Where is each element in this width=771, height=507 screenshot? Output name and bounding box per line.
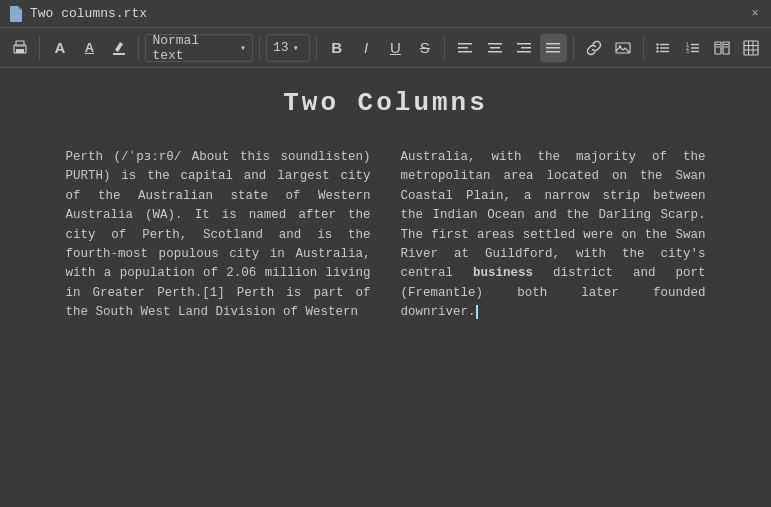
svg-rect-21 (660, 47, 669, 48)
title-bar: Two columns.rtx × (0, 0, 771, 28)
svg-rect-10 (521, 47, 531, 49)
columns-button[interactable] (708, 34, 735, 62)
svg-rect-35 (744, 41, 758, 55)
align-left-button[interactable] (451, 34, 478, 62)
svg-rect-29 (715, 42, 721, 54)
svg-rect-8 (488, 51, 502, 53)
style-dropdown-arrow: ▾ (240, 42, 246, 54)
table-button[interactable] (738, 34, 765, 62)
sep7 (643, 36, 644, 60)
font-size-label: 13 (273, 40, 289, 55)
ordered-list-button[interactable]: 1. 2. 3. (679, 34, 706, 62)
bold-button[interactable]: B (323, 34, 350, 62)
svg-point-18 (657, 46, 659, 48)
two-column-layout: Perth (/ˈpɜːrθ/ About this soundlisten) … (66, 148, 706, 322)
sep3 (259, 36, 260, 60)
svg-rect-3 (458, 43, 472, 45)
svg-rect-27 (691, 47, 699, 48)
file-icon (8, 6, 24, 22)
column-2[interactable]: Australia, with the majority of the metr… (401, 148, 706, 322)
column-2-text: Australia, with the majority of the metr… (401, 150, 706, 319)
image-button[interactable] (609, 34, 636, 62)
sep5 (444, 36, 445, 60)
toolbar: A A Normal text ▾ 13 ▾ B I U S (0, 28, 771, 68)
svg-rect-14 (546, 51, 560, 53)
svg-rect-12 (546, 43, 560, 45)
svg-point-17 (657, 43, 659, 45)
svg-rect-4 (458, 47, 468, 49)
strikethrough-button[interactable]: S (411, 34, 438, 62)
svg-rect-13 (546, 47, 560, 49)
font-size-dropdown[interactable]: 13 ▾ (266, 34, 310, 62)
svg-text:3.: 3. (686, 48, 690, 54)
unordered-list-button[interactable] (650, 34, 677, 62)
sep1 (39, 36, 40, 60)
svg-rect-9 (517, 43, 531, 45)
svg-rect-28 (691, 50, 699, 51)
svg-rect-20 (660, 43, 669, 44)
align-justify-button[interactable] (540, 34, 567, 62)
align-center-button[interactable] (481, 34, 508, 62)
font-size-arrow: ▾ (293, 42, 299, 54)
svg-rect-22 (660, 50, 669, 51)
sep2 (138, 36, 139, 60)
svg-rect-11 (517, 51, 531, 53)
font-button[interactable]: A (46, 34, 73, 62)
style-dropdown-label: Normal text (152, 33, 236, 63)
svg-rect-30 (723, 42, 729, 54)
column-1-text: Perth (/ˈpɜːrθ/ About this soundlisten) … (66, 150, 371, 319)
highlight-button[interactable] (105, 34, 132, 62)
link-button[interactable] (580, 34, 607, 62)
content-area: Two Columns Perth (/ˈpɜːrθ/ About this s… (0, 68, 771, 507)
svg-rect-6 (488, 43, 502, 45)
svg-rect-34 (724, 46, 728, 47)
italic-button[interactable]: I (352, 34, 379, 62)
svg-rect-26 (691, 43, 699, 44)
align-right-button[interactable] (510, 34, 537, 62)
font-color-button[interactable]: A (76, 34, 103, 62)
svg-rect-7 (490, 47, 500, 49)
sep6 (573, 36, 574, 60)
text-cursor (476, 305, 478, 319)
tab-title: Two columns.rtx (30, 6, 747, 21)
svg-rect-5 (458, 51, 472, 53)
svg-rect-33 (724, 44, 728, 45)
document[interactable]: Two Columns Perth (/ˈpɜːrθ/ About this s… (26, 88, 746, 487)
svg-point-19 (657, 50, 659, 52)
print-button[interactable] (6, 34, 33, 62)
document-title: Two Columns (66, 88, 706, 118)
sep4 (316, 36, 317, 60)
svg-rect-2 (16, 49, 24, 53)
svg-rect-31 (716, 44, 720, 45)
svg-rect-32 (716, 46, 720, 47)
style-dropdown[interactable]: Normal text ▾ (145, 34, 253, 62)
tab-close-button[interactable]: × (747, 6, 763, 22)
column-1[interactable]: Perth (/ˈpɜːrθ/ About this soundlisten) … (66, 148, 371, 322)
underline-button[interactable]: U (382, 34, 409, 62)
